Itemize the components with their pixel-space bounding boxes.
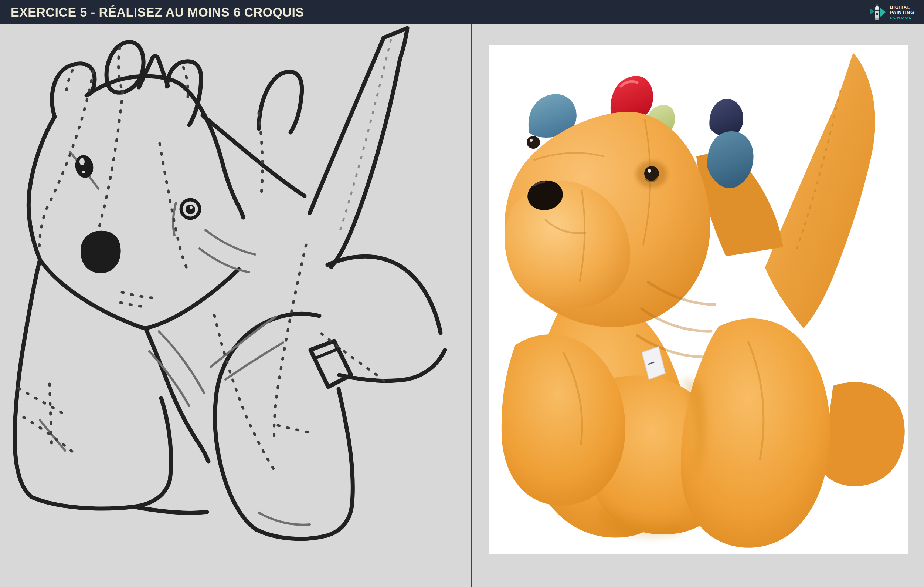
pencil-icon (875, 4, 879, 20)
pencil-logo-icon (869, 3, 886, 22)
sketch-left-eye (73, 154, 96, 180)
photo-panel (472, 25, 924, 587)
sketch-front-leg (15, 260, 208, 513)
header-bar: EXERCICE 5 - RÉALISEZ AU MOINS 6 CROQUIS (0, 0, 924, 25)
logo-line-digital: DIGITAL (889, 5, 914, 10)
sketch-panel (0, 25, 471, 587)
reference-photo-card (489, 46, 908, 554)
logo-line-school: SCHOOL (889, 16, 914, 20)
panel-divider (471, 25, 472, 587)
sketch-tag (310, 341, 351, 387)
sketch-head (28, 42, 243, 329)
page-title: EXERCICE 5 - RÉALISEZ AU MOINS 6 CROQUIS (0, 5, 304, 20)
croquis-drawing (0, 25, 471, 587)
toy-tail (765, 53, 875, 329)
toy-far-leg (822, 382, 905, 486)
toy-navy-spike (709, 99, 743, 137)
plush-dinosaur-photo (489, 46, 908, 554)
sketch-accent-lines (40, 152, 310, 525)
sketch-nose (81, 231, 121, 273)
school-logo: DIGITAL PAINTING SCHOOL (869, 3, 914, 22)
logo-line-painting: PAINTING (889, 10, 914, 15)
sketch-face-features (73, 154, 200, 273)
logo-text: DIGITAL PAINTING SCHOOL (889, 5, 914, 20)
exercise-slide: EXERCICE 5 - RÉALISEZ AU MOINS 6 CROQUIS… (0, 0, 924, 587)
